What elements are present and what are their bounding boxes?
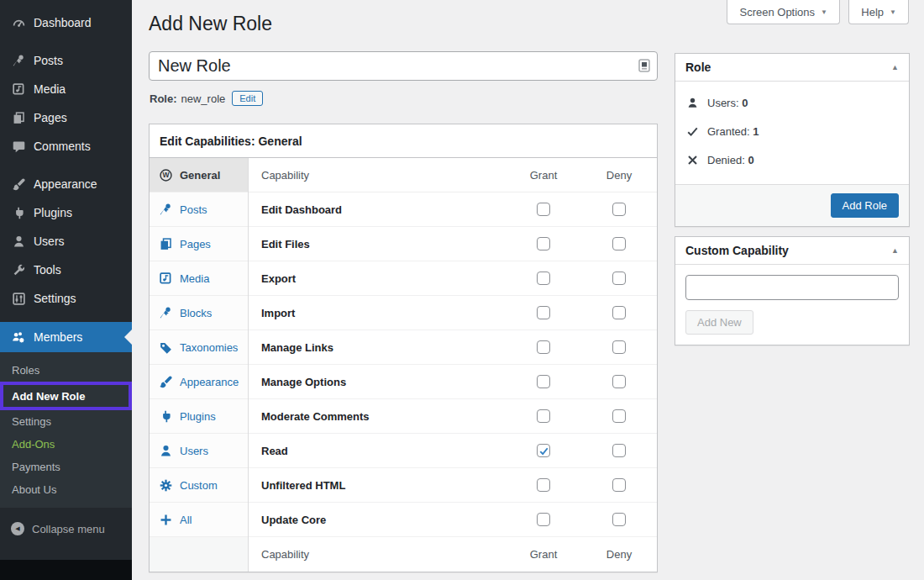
deny-checkbox[interactable]: [612, 513, 626, 526]
chevron-down-icon: ▼: [821, 8, 827, 16]
deny-checkbox[interactable]: [612, 306, 626, 319]
comment-icon: [11, 139, 26, 154]
submenu-item-roles[interactable]: Roles: [0, 359, 132, 382]
deny-checkbox[interactable]: [612, 237, 626, 250]
edit-slug-button[interactable]: Edit: [232, 91, 263, 106]
custom-capability-input[interactable]: [685, 275, 899, 300]
user-icon: [11, 234, 26, 249]
help-button[interactable]: Help ▼: [848, 0, 909, 24]
tab-media[interactable]: Media: [150, 261, 248, 296]
table-row: Unfiltered HTML: [249, 468, 657, 503]
submenu-item-add-new-role[interactable]: Add New Role: [0, 382, 132, 410]
role-slug-value: new_role: [181, 92, 226, 105]
sidebar-item-label: Plugins: [34, 206, 72, 219]
role-postbox: Role ▲ Users: 0 Granted: 1 Denied: 0 Add…: [675, 53, 910, 227]
deny-checkbox[interactable]: [612, 375, 626, 388]
plus-icon: [158, 512, 173, 527]
sidebar-item-plugins[interactable]: Plugins: [0, 198, 132, 227]
capabilities-box-title: Edit Capabilities: General: [150, 124, 657, 158]
deny-checkbox[interactable]: [612, 444, 626, 457]
sidebar-item-comments[interactable]: Comments: [0, 132, 132, 161]
grant-checkbox[interactable]: [537, 340, 550, 354]
chevron-up-icon[interactable]: ▲: [891, 246, 899, 255]
tag-icon: [158, 340, 173, 355]
tab-all[interactable]: All: [150, 503, 248, 537]
deny-checkbox[interactable]: [612, 409, 626, 423]
role-postbox-title: Role: [685, 61, 711, 74]
grant-checkbox[interactable]: [537, 272, 550, 285]
capability-label: Manage Links: [249, 341, 506, 354]
tab-custom[interactable]: Custom: [150, 468, 248, 503]
deny-checkbox[interactable]: [612, 478, 626, 492]
add-new-capability-button[interactable]: Add New: [685, 310, 753, 335]
grant-checkbox[interactable]: [537, 203, 550, 216]
capability-table: Capability Grant Deny Edit Dashboard Edi…: [249, 158, 657, 572]
sliders-icon: [11, 291, 26, 306]
sidebar-item-users[interactable]: Users: [0, 227, 132, 256]
pushpin-icon: [158, 202, 173, 217]
members-add-new-role-screen: Dashboard Posts Media Pages: [0, 0, 924, 580]
capability-table-header: Capability Grant Deny: [249, 158, 657, 192]
sidebar-item-media[interactable]: Media: [0, 75, 132, 103]
sidebar-item-appearance[interactable]: Appearance: [0, 170, 132, 198]
chevron-up-icon[interactable]: ▲: [891, 63, 899, 71]
svg-text:W: W: [162, 171, 170, 179]
capability-label: Manage Options: [249, 376, 506, 388]
add-role-button[interactable]: Add Role: [831, 193, 899, 218]
sidebar-item-label: Comments: [34, 140, 91, 153]
submenu-item-payments[interactable]: Payments: [0, 456, 132, 478]
submenu-item-settings[interactable]: Settings: [0, 410, 132, 433]
collapse-menu-button[interactable]: ◀ Collapse menu: [0, 516, 132, 541]
tab-posts[interactable]: Posts: [150, 192, 248, 227]
tab-rail-filler: [150, 537, 248, 572]
sidebar-item-members[interactable]: Members: [0, 322, 132, 352]
tab-blocks[interactable]: Blocks: [150, 296, 248, 330]
submenu-item-add-ons[interactable]: Add-Ons: [0, 433, 132, 456]
tab-appearance[interactable]: Appearance: [150, 365, 248, 399]
tab-taxonomies[interactable]: Taxonomies: [150, 330, 248, 365]
tab-pages[interactable]: Pages: [150, 227, 248, 261]
role-postbox-header[interactable]: Role ▲: [675, 54, 909, 82]
grant-checkbox[interactable]: [537, 409, 550, 423]
tab-users[interactable]: Users: [150, 434, 248, 468]
table-row: Moderate Comments: [249, 399, 657, 434]
tab-plugins[interactable]: Plugins: [150, 399, 248, 434]
dashboard-icon: [11, 15, 26, 30]
capability-label: Edit Files: [249, 238, 506, 250]
members-submenu: Roles Add New Role Settings Add-Ons Paym…: [0, 352, 132, 508]
collapse-arrow-icon: ◀: [11, 522, 24, 535]
grant-checkbox[interactable]: [537, 375, 550, 388]
grant-checkbox[interactable]: [537, 306, 550, 319]
table-row: Manage Options: [249, 365, 657, 399]
sidebar-item-posts[interactable]: Posts: [0, 46, 132, 75]
capability-tab-rail: W General Posts Pages Media Blocks: [150, 158, 249, 572]
tab-general[interactable]: W General: [150, 158, 248, 192]
deny-checkbox[interactable]: [612, 340, 626, 354]
capability-label: Update Core: [249, 514, 506, 526]
wordpress-icon: W: [158, 167, 173, 182]
granted-stat: Granted: 1: [685, 117, 899, 145]
custom-capability-header[interactable]: Custom Capability ▲: [675, 237, 909, 265]
sidebar-item-tools[interactable]: Tools: [0, 256, 132, 284]
capability-label: Read: [249, 445, 506, 457]
submenu-item-about-us[interactable]: About Us: [0, 478, 132, 501]
sidebar-item-settings[interactable]: Settings: [0, 284, 132, 313]
grant-checkbox[interactable]: [537, 478, 550, 492]
brush-icon: [158, 374, 173, 389]
sidebar-item-label: Tools: [34, 263, 61, 277]
sidebar-item-dashboard[interactable]: Dashboard: [0, 8, 132, 37]
admin-sidebar: Dashboard Posts Media Pages: [0, 0, 132, 580]
role-name-input[interactable]: [149, 51, 658, 81]
screen-options-button[interactable]: Screen Options ▼: [727, 0, 840, 24]
table-row: Export: [249, 261, 657, 296]
grant-checkbox[interactable]: [537, 513, 550, 526]
sidebar-item-pages[interactable]: Pages: [0, 103, 132, 132]
sidebar-bottom-strip: [0, 560, 132, 580]
deny-checkbox[interactable]: [612, 203, 626, 216]
grant-checkbox[interactable]: [537, 444, 550, 457]
role-slug-row: Role: new_role Edit: [150, 91, 263, 106]
autofill-extension-icon: [638, 59, 650, 72]
deny-checkbox[interactable]: [612, 272, 626, 285]
custom-capability-title: Custom Capability: [685, 244, 789, 257]
grant-checkbox[interactable]: [537, 237, 550, 250]
